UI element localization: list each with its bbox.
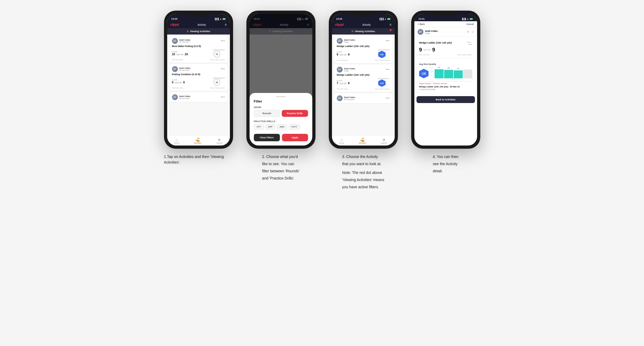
menu-icon-3[interactable]: ≡: [389, 23, 391, 27]
home-icon-3: ⌂: [340, 138, 343, 142]
step-desc-line-2-4: and 'Practice Drills'.: [262, 176, 300, 181]
bar-label-3-4: 124: [457, 68, 459, 69]
card-footer-1-1: Test Information Data: Clippd Capture: [172, 59, 225, 61]
score-block-1-2: Score 0 OUT OF 9: [172, 79, 185, 84]
y-label-top-4: 130: [431, 67, 433, 69]
bottom-nav-activities-3[interactable]: ⛳ Activities: [359, 138, 366, 144]
cancel-btn-4[interactable]: Cancel: [466, 23, 474, 25]
edit-icon-4[interactable]: ✏: [467, 30, 469, 34]
activity-card-1-1[interactable]: JC Josh Coles 28 Feb 2023 ••• Must Make …: [169, 36, 228, 63]
notch-4: [435, 11, 456, 16]
activity-card-3-1[interactable]: JC Josh Coles Today ••• Wedge Ladder (10…: [334, 36, 393, 63]
card-stats-1-2: Score 0 OUT OF 9 Shot Quality 45: [172, 77, 225, 86]
card-header-1-1: JC Josh Coles 28 Feb 2023 •••: [172, 38, 225, 44]
user-info-3-2: Josh Coles Today: [344, 67, 355, 72]
bar-1-4: 132: [435, 69, 444, 79]
detail-user-name-4: Josh Coles: [425, 30, 438, 32]
detail-score-labels-4: Score Shots: [466, 41, 472, 45]
bottom-nav-capture-1[interactable]: ⊕ Capture: [216, 138, 222, 144]
card-dots-3-2[interactable]: •••: [386, 68, 390, 71]
score-row-1-2: 0 OUT OF 9: [172, 81, 185, 84]
practice-tag-label-2: Practice Drills: [254, 120, 308, 123]
card-title-3-1: Wedge Ladder (100–140 yds): [337, 45, 390, 48]
step-desc-1: 1.Tap on Activities and then 'Viewing Ac…: [164, 154, 233, 167]
activities-label-1: Activities: [194, 142, 201, 144]
card-stats-3-2: Score 7 OUT OF 9 Shot Quality 118: [337, 78, 390, 87]
y-label-0-4: 0: [431, 79, 433, 80]
detail-shots-value-4: 9: [432, 47, 435, 53]
tag-app-2[interactable]: APP: [265, 124, 275, 130]
filter-title-2: Filter: [254, 99, 308, 103]
bottom-nav-activities-1[interactable]: ⛳ Activities: [194, 138, 201, 144]
quality-block-1-1: Shot Quality 75: [213, 49, 225, 58]
quality-label-3-2: Shot Quality: [378, 78, 390, 79]
step-1: 13:20 ▐▐▐ ▲ 44 clippd Activity ≡ ⚙ Viewi…: [161, 11, 236, 167]
detail-card-title-4: Wedge Ladder (100–140 yds): [419, 41, 466, 44]
card-header-1-2: JC Josh Coles 28 Feb 2023 •••: [172, 66, 225, 72]
menu-icon-1[interactable]: ≡: [225, 23, 226, 27]
home-label-3: Home: [339, 142, 344, 144]
back-btn-4[interactable]: < Back: [418, 23, 425, 25]
bottom-nav-home-3[interactable]: ⌂ Home: [339, 138, 344, 144]
signal-icon-3: ▐▐▐: [379, 18, 384, 20]
user-date-1-3: 28 Feb 2023: [179, 97, 191, 99]
tag-putt-2[interactable]: PUTT: [289, 124, 300, 130]
back-to-activities-btn-4[interactable]: Back to Activities: [416, 96, 475, 103]
tag-arg-2[interactable]: ARG: [277, 124, 287, 130]
y-axis-4: 130 100 50 0: [431, 67, 433, 80]
sheet-close-btn-2[interactable]: ✕: [306, 16, 309, 20]
practice-drills-btn-2[interactable]: Practice Drills: [282, 110, 308, 117]
status-time-1: 13:20: [171, 18, 178, 20]
expand-icon-4[interactable]: ⤢: [472, 30, 474, 34]
chart-row-4: 130 130 100 50 0: [419, 67, 472, 80]
activity-card-1-3[interactable]: JC Josh Coles 28 Feb 2023 •••: [169, 92, 228, 102]
activity-card-1-2[interactable]: JC Josh Coles 28 Feb 2023 ••• Putting Co…: [169, 64, 228, 91]
step-desc-line-3-3: Note: The red dot above: [342, 170, 384, 176]
filter-sheet-2: ✕ Filter Show Rounds Practice Drills Pra…: [250, 93, 312, 146]
activities-icon-1: ⛳: [195, 138, 200, 142]
card-stats-3-1: Score 9 OUT OF 9 Shot Quality 130: [337, 49, 390, 58]
nav-title-3: Activity: [362, 23, 371, 26]
avatar-1-3: JC: [172, 94, 178, 100]
score-row-3-2: 7 OUT OF 9: [337, 82, 350, 85]
user-name-3-1: Josh Coles: [344, 39, 355, 41]
activity-card-3-3[interactable]: JC Josh Coles 28 Feb 2023 •••: [334, 93, 393, 103]
clear-filters-btn-2[interactable]: Clear Filters: [254, 134, 280, 141]
apply-btn-2[interactable]: Apply: [282, 134, 308, 141]
activity-card-3-2[interactable]: JC Josh Coles Today ••• Wedge Ladder (10…: [334, 65, 393, 92]
viewing-banner-3[interactable]: ⚙ Viewing Activities: [332, 28, 395, 35]
detail-outof-4: OUT OF: [424, 49, 431, 51]
card-stats-1-1: Score 10 OUT OF 20 Shot Quality 75: [172, 49, 225, 58]
status-icons-3: ▐▐▐ ▲ 44: [379, 18, 390, 20]
card-dots-1-2[interactable]: •••: [221, 67, 225, 71]
card-dots-1-1[interactable]: •••: [221, 39, 225, 43]
card-dots-3-1[interactable]: •••: [386, 39, 390, 43]
data-capture-4: Data: Clippd Capture: [457, 54, 472, 55]
step-2: 13:21 ▐▐▐ ▲ 44 clippd Activity ≡ ⚙ Viewi…: [244, 11, 318, 183]
home-label-1: Home: [174, 142, 179, 144]
viewing-banner-1[interactable]: ⚙ Viewing Activities: [167, 28, 230, 35]
phone-screen-3: 13:20 ▐▐▐ ▲ 44 clippd Activity ≡ ⚙ Viewi…: [332, 14, 395, 146]
bottom-nav-capture-3[interactable]: ⊕ Capture: [381, 138, 387, 144]
filter-toggle-row-2: Rounds Practice Drills: [254, 110, 308, 117]
ps-highlight-label-4: Practice Session: [433, 83, 447, 84]
detail-content-4: Wedge Ladder (100–140 yds) Score Shots 9…: [414, 37, 477, 146]
notch-1: [188, 11, 209, 16]
card-header-3-2: JC Josh Coles Today •••: [337, 67, 390, 72]
bottom-nav-home-1[interactable]: ⌂ Home: [174, 138, 179, 144]
score-label-4: Score: [467, 41, 471, 43]
logo-1: clippd: [170, 23, 179, 27]
phone-screen-4: 13:21 ▐▐▐ ▲ 44 < Back Cancel JC: [414, 14, 477, 146]
card-dots-3-3[interactable]: •••: [386, 96, 390, 100]
phone-1: 13:20 ▐▐▐ ▲ 44 clippd Activity ≡ ⚙ Viewi…: [164, 11, 233, 149]
tag-ott-2[interactable]: OTT: [254, 124, 264, 130]
step-desc-line-2-2: like to see. You can: [262, 161, 300, 167]
card-user-1-3: JC Josh Coles 28 Feb 2023: [172, 94, 191, 100]
status-time-4: 13:21: [419, 18, 425, 20]
card-user-1-1: JC Josh Coles 28 Feb 2023: [172, 38, 191, 44]
rounds-btn-2[interactable]: Rounds: [254, 110, 280, 117]
user-name-1-3: Josh Coles: [179, 95, 191, 97]
bottom-nav-3: ⌂ Home ⛳ Activities ⊕ Capture: [332, 136, 395, 146]
card-dots-1-3[interactable]: •••: [221, 95, 225, 99]
avatar-1-2: JC: [172, 66, 178, 72]
